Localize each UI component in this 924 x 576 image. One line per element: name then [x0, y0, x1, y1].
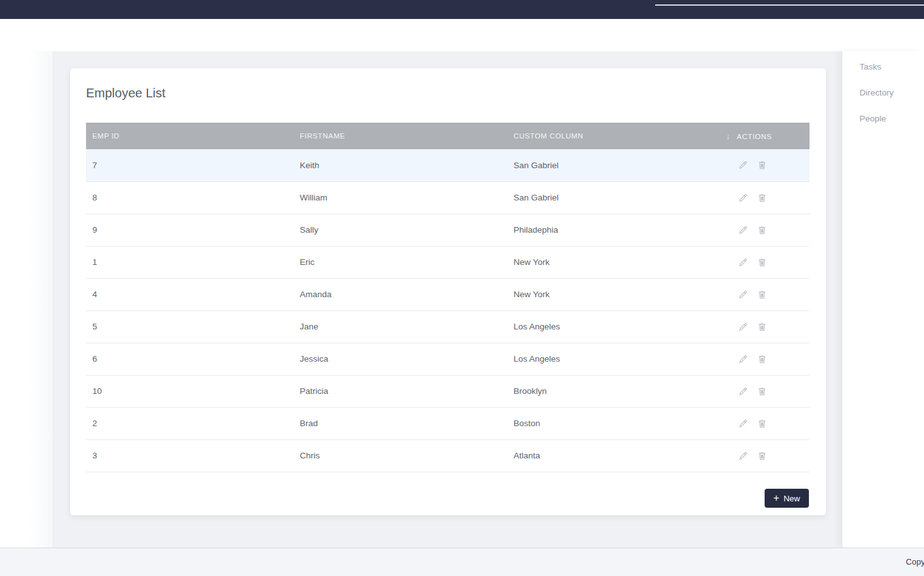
cell-actions	[721, 310, 810, 343]
delete-icon[interactable]	[757, 386, 767, 396]
page-title: Employee List	[86, 86, 166, 101]
cell-actions	[721, 343, 810, 375]
cell-emp-id: 2	[86, 407, 293, 439]
column-header-custom-column[interactable]: CUSTOM COLUMN	[507, 123, 721, 149]
cell-firstname: Brad	[293, 407, 507, 439]
edit-icon[interactable]	[738, 257, 748, 267]
column-header-actions[interactable]: ↓ACTIONS	[721, 123, 810, 149]
cell-custom-column: New York	[507, 246, 721, 278]
cell-firstname: Patricia	[293, 375, 507, 407]
delete-icon[interactable]	[757, 322, 767, 332]
plus-icon: +	[773, 493, 779, 503]
cell-custom-column: Brooklyn	[507, 375, 721, 407]
edit-icon[interactable]	[738, 419, 748, 429]
edit-icon[interactable]	[738, 322, 748, 332]
cell-custom-column: New York	[507, 278, 721, 310]
employee-table: EMP ID FIRSTNAME CUSTOM COLUMN ↓ACTIONS …	[86, 123, 810, 472]
sidebar-item-tasks[interactable]: Tasks	[859, 54, 924, 80]
edit-icon[interactable]	[738, 225, 748, 235]
cell-emp-id: 8	[86, 181, 293, 214]
cell-firstname: Amanda	[293, 278, 507, 310]
table-row[interactable]: 6 Jessica Los Angeles	[86, 343, 810, 375]
cell-emp-id: 10	[86, 375, 293, 407]
table-row[interactable]: 10 Patricia Brooklyn	[86, 375, 810, 407]
cell-custom-column: San Gabriel	[507, 149, 721, 181]
cell-firstname: Sally	[293, 214, 507, 246]
table-header-row: EMP ID FIRSTNAME CUSTOM COLUMN ↓ACTIONS	[86, 123, 810, 149]
column-header-emp-id[interactable]: EMP ID	[86, 123, 293, 149]
sidebar-item-directory[interactable]: Directory	[859, 80, 924, 106]
cell-actions	[721, 181, 810, 214]
cell-custom-column: San Gabriel	[507, 181, 721, 214]
edit-icon[interactable]	[738, 451, 748, 461]
edit-icon[interactable]	[738, 193, 748, 203]
delete-icon[interactable]	[757, 257, 767, 267]
cell-firstname: William	[293, 181, 507, 214]
footer: Copyr	[0, 548, 924, 576]
new-button-label: New	[784, 494, 800, 503]
sidebar-item-people[interactable]: People	[859, 106, 924, 132]
edit-icon[interactable]	[738, 160, 748, 170]
cell-actions	[721, 375, 810, 407]
employee-table-wrap: EMP ID FIRSTNAME CUSTOM COLUMN ↓ACTIONS …	[86, 123, 810, 472]
new-button[interactable]: + New	[765, 489, 809, 508]
right-sidebar: Tasks Directory People	[842, 51, 924, 548]
cell-actions	[721, 214, 810, 246]
column-header-firstname[interactable]: FIRSTNAME	[293, 123, 507, 149]
cell-actions	[721, 149, 810, 181]
delete-icon[interactable]	[757, 354, 767, 364]
edit-icon[interactable]	[738, 386, 748, 396]
cell-custom-column: Los Angeles	[507, 310, 721, 343]
table-row[interactable]: 9 Sally Philadephia	[86, 214, 810, 246]
header-band	[0, 19, 924, 51]
table-row[interactable]: 3 Chris Atlanta	[86, 439, 810, 472]
delete-icon[interactable]	[757, 160, 767, 170]
cell-custom-column: Boston	[507, 407, 721, 439]
cell-actions	[721, 278, 810, 310]
delete-icon[interactable]	[757, 193, 767, 203]
cell-custom-column: Atlanta	[507, 439, 721, 472]
edit-icon[interactable]	[738, 290, 748, 300]
cell-actions	[721, 439, 810, 472]
cell-actions	[721, 407, 810, 439]
cell-emp-id: 1	[86, 246, 293, 278]
top-navbar	[0, 0, 924, 19]
cell-firstname: Chris	[293, 439, 507, 472]
delete-icon[interactable]	[757, 225, 767, 235]
table-row[interactable]: 2 Brad Boston	[86, 407, 810, 439]
delete-icon[interactable]	[757, 419, 767, 429]
cell-firstname: Jane	[293, 310, 507, 343]
cell-custom-column: Philadephia	[507, 214, 721, 246]
cell-emp-id: 9	[86, 214, 293, 246]
navbar-input-underline	[655, 4, 924, 6]
table-row[interactable]: 1 Eric New York	[86, 246, 810, 278]
cell-emp-id: 3	[86, 439, 293, 472]
cell-firstname: Keith	[293, 149, 507, 181]
cell-emp-id: 6	[86, 343, 293, 375]
table-row[interactable]: 7 Keith San Gabriel	[86, 149, 810, 181]
edit-icon[interactable]	[738, 354, 748, 364]
cell-emp-id: 5	[86, 310, 293, 343]
cell-custom-column: Los Angeles	[507, 343, 721, 375]
sort-descending-icon[interactable]: ↓	[726, 132, 730, 141]
cell-emp-id: 4	[86, 278, 293, 310]
delete-icon[interactable]	[757, 451, 767, 461]
employee-list-card: Employee List EMP ID FIRSTNAME CUSTOM CO…	[70, 68, 826, 515]
cell-actions	[721, 246, 810, 278]
table-row[interactable]: 8 William San Gabriel	[86, 181, 810, 214]
copyright-text: Copyr	[906, 557, 924, 567]
column-header-actions-label: ACTIONS	[737, 133, 772, 140]
table-row[interactable]: 4 Amanda New York	[86, 278, 810, 310]
cell-firstname: Jessica	[293, 343, 507, 375]
delete-icon[interactable]	[757, 290, 767, 300]
table-row[interactable]: 5 Jane Los Angeles	[86, 310, 810, 343]
cell-firstname: Eric	[293, 246, 507, 278]
employee-table-body: 7 Keith San Gabriel	[86, 149, 810, 472]
cell-emp-id: 7	[86, 149, 293, 181]
left-gutter	[0, 51, 52, 548]
